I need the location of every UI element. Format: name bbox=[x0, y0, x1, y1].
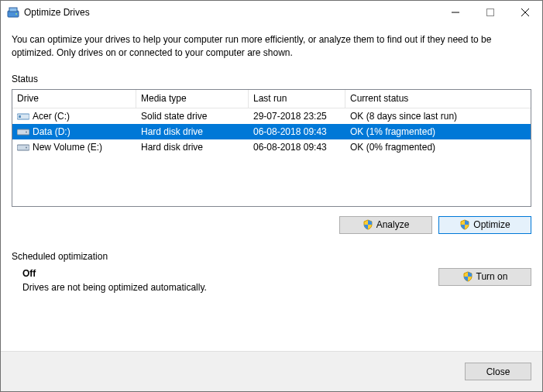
close-dialog-button[interactable]: Close bbox=[465, 363, 531, 380]
drive-name: Acer (C:) bbox=[33, 111, 70, 122]
optimize-button[interactable]: Optimize bbox=[438, 216, 531, 234]
svg-rect-9 bbox=[17, 129, 29, 135]
drive-status: OK (1% fragmented) bbox=[350, 126, 531, 137]
svg-rect-8 bbox=[19, 115, 21, 118]
titlebar: Optimize Drives bbox=[1, 1, 542, 24]
status-label: Status bbox=[12, 74, 531, 84]
svg-rect-4 bbox=[486, 9, 493, 16]
scheduled-description: Drives are not being optimized automatic… bbox=[22, 282, 438, 293]
drive-list-header: Drive Media type Last run Current status bbox=[12, 90, 531, 108]
shield-icon bbox=[363, 219, 373, 230]
maximize-button[interactable] bbox=[473, 1, 507, 24]
analyze-button[interactable]: Analyze bbox=[339, 216, 432, 234]
shield-icon bbox=[462, 271, 473, 282]
scheduled-label: Scheduled optimization bbox=[12, 251, 531, 262]
close-button[interactable] bbox=[507, 1, 542, 24]
window-controls bbox=[438, 1, 542, 24]
action-button-row: Analyze Optimize bbox=[12, 216, 531, 234]
minimize-button[interactable] bbox=[438, 1, 473, 24]
drive-row[interactable]: Acer (C:) Solid state drive 29-07-2018 2… bbox=[12, 108, 531, 124]
drive-last-run: 06-08-2018 09:43 bbox=[253, 126, 350, 137]
column-drive[interactable]: Drive bbox=[12, 90, 136, 108]
hdd-icon bbox=[17, 143, 29, 152]
drive-row[interactable]: Data (D:) Hard disk drive 06-08-2018 09:… bbox=[12, 124, 531, 139]
column-status[interactable]: Current status bbox=[345, 90, 531, 108]
drive-last-run: 29-07-2018 23:25 bbox=[253, 111, 350, 122]
optimize-label: Optimize bbox=[473, 219, 510, 230]
turn-on-button[interactable]: Turn on bbox=[438, 268, 531, 286]
hdd-icon bbox=[17, 127, 29, 136]
window-title: Optimize Drives bbox=[24, 7, 438, 18]
svg-rect-11 bbox=[17, 145, 29, 150]
svg-rect-1 bbox=[9, 8, 17, 12]
svg-point-12 bbox=[26, 146, 27, 148]
drive-name: Data (D:) bbox=[33, 126, 70, 137]
ssd-icon bbox=[17, 112, 29, 121]
drive-media: Hard disk drive bbox=[141, 126, 253, 137]
svg-point-2 bbox=[15, 13, 17, 15]
close-label: Close bbox=[486, 366, 510, 377]
optimize-drives-window: Optimize Drives You can optimize your dr… bbox=[0, 0, 543, 392]
column-last-run[interactable]: Last run bbox=[249, 90, 345, 108]
drive-list[interactable]: Drive Media type Last run Current status… bbox=[12, 89, 531, 207]
shield-icon bbox=[459, 219, 470, 230]
drive-media: Hard disk drive bbox=[141, 142, 253, 153]
drive-media: Solid state drive bbox=[141, 111, 253, 122]
drive-row[interactable]: New Volume (E:) Hard disk drive 06-08-20… bbox=[12, 139, 531, 155]
svg-point-10 bbox=[26, 131, 27, 132]
column-media[interactable]: Media type bbox=[136, 90, 249, 108]
drive-status: OK (0% fragmented) bbox=[350, 142, 531, 153]
scheduled-optimization-section: Scheduled optimization Off Drives are no… bbox=[12, 251, 531, 293]
intro-text: You can optimize your drives to help you… bbox=[12, 33, 531, 60]
footer: Close bbox=[1, 351, 542, 391]
turn-on-label: Turn on bbox=[476, 271, 508, 282]
drive-name: New Volume (E:) bbox=[33, 142, 102, 153]
content-area: You can optimize your drives to help you… bbox=[1, 24, 542, 351]
analyze-label: Analyze bbox=[376, 219, 410, 230]
scheduled-state: Off bbox=[22, 268, 438, 279]
drive-status: OK (8 days since last run) bbox=[350, 111, 531, 122]
app-icon bbox=[7, 6, 19, 19]
drive-last-run: 06-08-2018 09:43 bbox=[253, 142, 350, 153]
